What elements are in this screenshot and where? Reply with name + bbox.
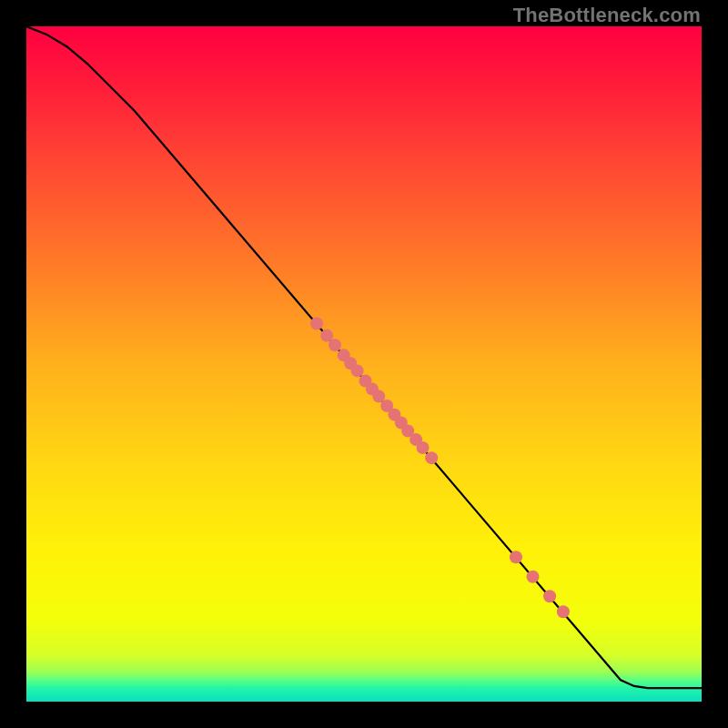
chart-data-point [417,441,430,454]
chart-data-point [510,551,522,563]
chart-plot-area [26,26,702,702]
chart-svg [26,26,702,702]
chart-data-point [351,364,364,377]
chart-background [26,26,702,702]
chart-data-point [543,590,556,602]
chart-data-point [527,571,540,583]
chart-data-point [310,317,323,329]
chart-data-point [329,339,341,351]
watermark-text: TheBottleneck.com [513,4,701,27]
chart-data-point [425,451,438,464]
chart-data-point [557,605,570,618]
